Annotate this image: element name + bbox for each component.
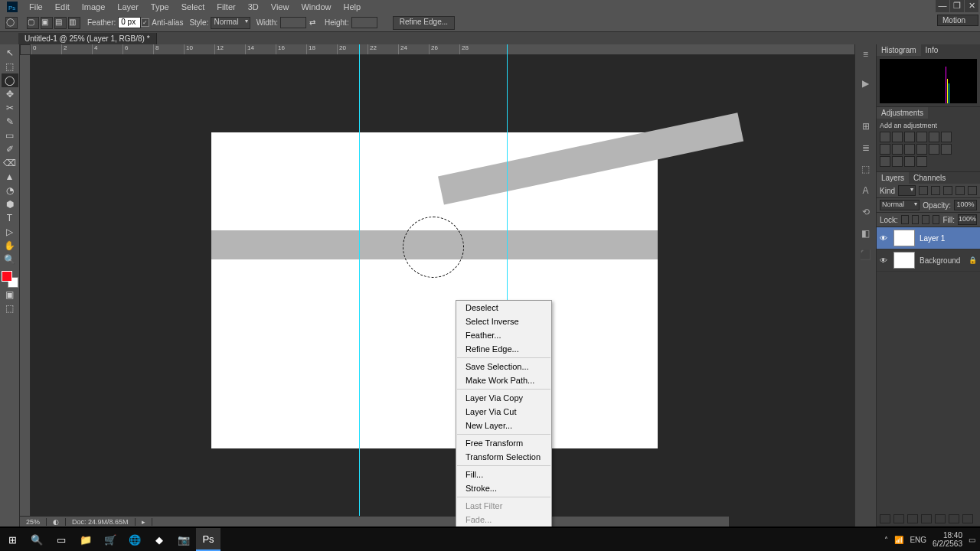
dock-icon[interactable]: ⊞	[858, 121, 874, 136]
adjustment-icon[interactable]	[916, 132, 927, 142]
tray-chevron-icon[interactable]: ˄	[884, 536, 888, 544]
adjustment-icon[interactable]	[892, 156, 903, 167]
filter-kind-dropdown[interactable]	[898, 185, 916, 196]
info-tab[interactable]: Info	[921, 44, 943, 56]
filter-type-icon[interactable]	[943, 186, 952, 195]
tray-language[interactable]: ENG	[910, 536, 926, 544]
taskbar-app-icon[interactable]: 📷	[172, 528, 196, 551]
doc-info-arrow-icon[interactable]: ▸	[136, 518, 152, 526]
menu-image[interactable]: Image	[76, 2, 112, 12]
tool-icon[interactable]: ▭	[2, 129, 18, 142]
tool-icon[interactable]: 🔍	[2, 253, 18, 266]
adjustment-icon[interactable]	[904, 156, 915, 167]
canvas-viewport[interactable]: 0246810121416182022242628 DeselectSelect…	[20, 44, 854, 527]
window-minimize-button[interactable]: —	[936, 0, 949, 12]
tool-icon[interactable]: ↖	[2, 46, 18, 60]
lock-position-icon[interactable]	[922, 215, 929, 224]
tool-icon[interactable]: ✋	[2, 239, 18, 253]
dock-icon[interactable]	[858, 99, 874, 115]
context-menu-item[interactable]: Layer Via Copy	[456, 391, 551, 405]
tray-notifications-icon[interactable]: ▭	[969, 536, 975, 544]
context-menu-item[interactable]: Stroke...	[456, 481, 551, 495]
window-maximize-button[interactable]: ❐	[950, 0, 964, 12]
tool-icon[interactable]: ⬢	[2, 197, 18, 211]
vertical-ruler[interactable]	[20, 55, 31, 527]
layer-row[interactable]: 👁Layer 1	[877, 227, 980, 249]
filter-smart-icon[interactable]	[968, 186, 977, 195]
taskbar-app-icon[interactable]: 🛒	[98, 528, 122, 551]
document-canvas[interactable]	[211, 132, 658, 448]
context-menu-item[interactable]: Deselect	[456, 301, 551, 315]
adjustment-icon[interactable]	[892, 132, 903, 142]
context-menu-item[interactable]: New Layer...	[456, 419, 551, 432]
context-menu-item[interactable]: Free Transform	[456, 436, 551, 450]
tool-icon[interactable]: ✎	[2, 115, 18, 129]
color-sampler-icon[interactable]: ◐	[47, 518, 66, 526]
blend-mode-dropdown[interactable]: Normal	[880, 200, 920, 210]
window-close-button[interactable]: ✕	[965, 0, 978, 12]
adjustment-icon[interactable]	[941, 144, 952, 155]
dock-icon[interactable]: A	[858, 185, 874, 201]
adjustment-icon[interactable]	[904, 144, 915, 155]
tool-icon[interactable]: ✥	[2, 87, 18, 101]
fill-value[interactable]: 100%	[958, 214, 977, 225]
delete-layer-icon[interactable]	[962, 514, 973, 523]
menu-file[interactable]: File	[23, 2, 49, 12]
taskbar-app-icon[interactable]: 🌐	[122, 528, 147, 551]
layer-row[interactable]: 👁Background🔒	[877, 249, 980, 272]
guide-vertical[interactable]	[359, 44, 360, 527]
link-layers-icon[interactable]	[880, 514, 890, 523]
adjustment-icon[interactable]	[880, 156, 890, 167]
lock-image-icon[interactable]	[912, 215, 920, 224]
context-menu-item[interactable]: Fill...	[456, 468, 551, 481]
tray-network-icon[interactable]: 📶	[894, 536, 903, 544]
context-menu-item[interactable]: Make Work Path...	[456, 373, 551, 387]
menu-view[interactable]: View	[265, 2, 296, 12]
menu-layer[interactable]: Layer	[111, 2, 145, 12]
color-swatch[interactable]	[2, 271, 18, 288]
tool-icon[interactable]: ▷	[2, 225, 18, 239]
height-input[interactable]	[351, 17, 377, 28]
adjustment-icon[interactable]	[941, 132, 952, 142]
dock-icon[interactable]: ⬚	[858, 164, 874, 179]
menu-type[interactable]: Type	[145, 2, 175, 12]
adjustment-icon[interactable]	[880, 144, 890, 155]
tool-preset-button[interactable]: ◯	[5, 17, 18, 29]
tool-icon[interactable]: ⌫	[2, 156, 18, 170]
adjustment-layer-icon[interactable]	[921, 514, 932, 523]
menu-select[interactable]: Select	[175, 2, 211, 12]
filter-pixel-icon[interactable]	[919, 186, 928, 195]
tool-icon[interactable]: ◔	[2, 184, 18, 197]
histogram-tab[interactable]: Histogram	[877, 44, 921, 56]
quick-mask-icon[interactable]: ▣	[2, 288, 18, 302]
horizontal-ruler[interactable]: 0246810121416182022242628	[31, 44, 854, 55]
workspace-switcher-dropdown[interactable]: Motion	[937, 15, 978, 26]
doc-size[interactable]: Doc: 24.9M/8.65M	[66, 518, 136, 526]
adjustment-icon[interactable]	[916, 156, 927, 167]
tool-icon[interactable]: ⬚	[2, 60, 18, 73]
adjustment-icon[interactable]	[929, 132, 939, 142]
opacity-value[interactable]: 100%	[954, 200, 977, 210]
tray-clock[interactable]: 18:40 6/2/2563	[933, 531, 962, 548]
width-input[interactable]	[280, 17, 306, 28]
taskbar-app-icon[interactable]: Ps	[196, 528, 220, 551]
new-selection-button[interactable]: ▢	[27, 17, 39, 29]
filter-adjust-icon[interactable]	[931, 186, 940, 195]
layer-group-icon[interactable]	[935, 514, 946, 523]
dock-icon[interactable]: ▶	[858, 78, 874, 93]
new-layer-icon[interactable]	[949, 514, 959, 523]
layer-visibility-icon[interactable]: 👁	[880, 256, 889, 265]
adjustment-icon[interactable]	[880, 132, 890, 142]
context-menu-item[interactable]: Refine Edge...	[456, 342, 551, 356]
ruler-origin[interactable]	[20, 44, 31, 55]
taskbar-app-icon[interactable]: ▭	[49, 528, 74, 551]
taskbar-app-icon[interactable]: 📁	[74, 528, 98, 551]
foreground-color-swatch[interactable]	[2, 271, 12, 282]
layer-thumbnail[interactable]	[893, 230, 915, 246]
menu-window[interactable]: Window	[295, 2, 337, 12]
context-menu-item[interactable]: Select Inverse	[456, 315, 551, 328]
screen-mode-icon[interactable]: ⬚	[2, 302, 18, 315]
add-selection-button[interactable]: ▣	[41, 17, 53, 29]
layer-mask-icon[interactable]	[907, 514, 918, 523]
context-menu-item[interactable]: Transform Selection	[456, 450, 551, 464]
